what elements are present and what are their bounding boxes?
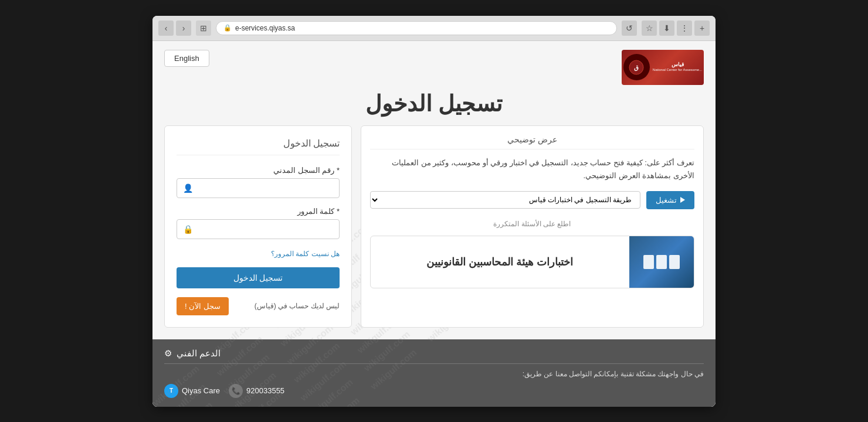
password-input-wrapper: 🔒 bbox=[177, 219, 340, 239]
demo-panel: عرض توضيحي تعرف أكثر على: كيفية فتح حساب… bbox=[361, 125, 704, 328]
downloads-button[interactable]: ⬇ bbox=[659, 21, 674, 36]
login-button[interactable]: تسجيل الدخول bbox=[177, 267, 340, 288]
phone-contact: 920033555 📞 bbox=[229, 384, 284, 398]
demo-panel-title: عرض توضيحي bbox=[370, 135, 694, 149]
footer-contact-info: 920033555 📞 Qiyas Care T bbox=[164, 384, 704, 398]
support-icon: ⚙ bbox=[164, 348, 172, 359]
new-tab-button[interactable]: + bbox=[694, 21, 710, 36]
phone-number: 920033555 bbox=[246, 386, 284, 395]
banner-image bbox=[629, 236, 694, 288]
id-input-wrapper: 👤 bbox=[177, 178, 340, 198]
login-box: تسجيل الدخول * رقم السجل المدني 👤 bbox=[164, 125, 352, 328]
lock-icon: 🔒 bbox=[223, 24, 232, 32]
login-title: تسجيل الدخول bbox=[177, 138, 340, 155]
tab-view-button[interactable]: ⊞ bbox=[196, 21, 211, 36]
login-panel: تسجيل الدخول * رقم السجل المدني 👤 bbox=[164, 125, 352, 328]
back-button[interactable]: ‹ bbox=[158, 21, 174, 36]
page-header: English ق قياس National Center for Asses… bbox=[152, 41, 716, 88]
faq-link-area: اطلع على الأسئلة المتكررة bbox=[370, 218, 694, 229]
id-form-group: * رقم السجل المدني 👤 bbox=[177, 166, 340, 198]
qiyas-logo: ق قياس National Center for Assessme... bbox=[622, 50, 704, 85]
person-icon: 👤 bbox=[177, 179, 199, 198]
password-input[interactable] bbox=[199, 220, 339, 238]
logo-emblem: ق bbox=[623, 54, 650, 80]
play-btn-label: تشغيل bbox=[656, 196, 677, 205]
forward-button[interactable]: › bbox=[176, 21, 191, 36]
demo-controls: تشغيل طريقة التسجيل في اختبارات قياس bbox=[370, 191, 694, 209]
browser-actions: ☆ ⬇ ⋮ + bbox=[642, 21, 710, 36]
doc-icon-2 bbox=[656, 255, 667, 269]
forgot-password-link-area: هل نسيت كلمة المرور؟ bbox=[177, 248, 340, 258]
logo-text: قياس National Center for Assessme... bbox=[653, 62, 702, 73]
lock-input-icon: 🔒 bbox=[177, 220, 199, 239]
phone-icon: 📞 bbox=[229, 384, 243, 398]
address-bar: 🔒 e-services.qiyas.sa bbox=[216, 21, 617, 35]
play-button[interactable]: تشغيل bbox=[646, 191, 694, 209]
twitter-contact: Qiyas Care T bbox=[164, 384, 220, 398]
id-required: * bbox=[337, 166, 340, 175]
footer-contact-text: في حال واجهتك مشكلة تقنية بإمكانكم التوا… bbox=[164, 370, 704, 378]
english-language-button[interactable]: English bbox=[164, 50, 209, 67]
logo-area: ق قياس National Center for Assessme... bbox=[622, 50, 704, 85]
main-layout: عرض توضيحي تعرف أكثر على: كيفية فتح حساب… bbox=[152, 125, 716, 328]
demo-dropdown[interactable]: طريقة التسجيل في اختبارات قياس bbox=[370, 191, 640, 209]
password-required: * bbox=[337, 207, 340, 216]
no-account-text: ليس لديك حساب في (قياس) bbox=[235, 302, 340, 310]
doc-icon-1 bbox=[669, 255, 680, 269]
register-button[interactable]: سجل الآن ! bbox=[177, 297, 229, 315]
banner-icons bbox=[643, 255, 680, 269]
page-footer: الدعم الفني ⚙ في حال واجهتك مشكلة تقنية … bbox=[152, 339, 716, 407]
url-text: e-services.qiyas.sa bbox=[235, 24, 295, 32]
demo-description: تعرف أكثر على: كيفية فتح حساب جديد، التس… bbox=[370, 156, 694, 182]
bookmark-button[interactable]: ☆ bbox=[642, 21, 657, 36]
nav-buttons: ‹ › bbox=[158, 21, 191, 36]
accountants-banner-text: اختبارات هيئة المحاسبين القانونيين bbox=[371, 256, 629, 268]
menu-button[interactable]: ⋮ bbox=[677, 21, 692, 36]
twitter-icon: T bbox=[164, 384, 178, 398]
page-content: wikigulf.comwikigulf.comwikigulf.comwiki… bbox=[152, 41, 716, 407]
id-label: * رقم السجل المدني bbox=[177, 166, 340, 175]
footer-divider bbox=[164, 363, 704, 364]
accountants-banner: اختبارات هيئة المحاسبين القانونيين bbox=[370, 236, 694, 288]
password-form-group: * كلمة المرور 🔒 bbox=[177, 207, 340, 239]
play-icon bbox=[680, 197, 685, 203]
id-input[interactable] bbox=[199, 179, 339, 197]
footer-support-title: الدعم الفني ⚙ bbox=[164, 348, 704, 359]
faq-link[interactable]: اطلع على الأسئلة المتكررة bbox=[493, 220, 571, 228]
emblem-icon: ق bbox=[628, 59, 645, 76]
page-title: تسجيل الدخول bbox=[152, 91, 716, 117]
support-title-text: الدعم الفني bbox=[177, 348, 221, 359]
twitter-label: Qiyas Care bbox=[182, 386, 220, 395]
svg-text:ق: ق bbox=[634, 64, 639, 72]
browser-window: ‹ › ⊞ 🔒 e-services.qiyas.sa ↺ ☆ ⬇ ⋮ + wi… bbox=[152, 16, 716, 407]
refresh-button[interactable]: ↺ bbox=[622, 21, 637, 36]
forgot-password-link[interactable]: هل نسيت كلمة المرور؟ bbox=[271, 250, 340, 258]
browser-chrome: ‹ › ⊞ 🔒 e-services.qiyas.sa ↺ ☆ ⬇ ⋮ + bbox=[152, 16, 716, 41]
password-label: * كلمة المرور bbox=[177, 207, 340, 216]
register-section: ليس لديك حساب في (قياس) سجل الآن ! bbox=[177, 297, 340, 315]
doc-icon-3 bbox=[643, 255, 654, 269]
